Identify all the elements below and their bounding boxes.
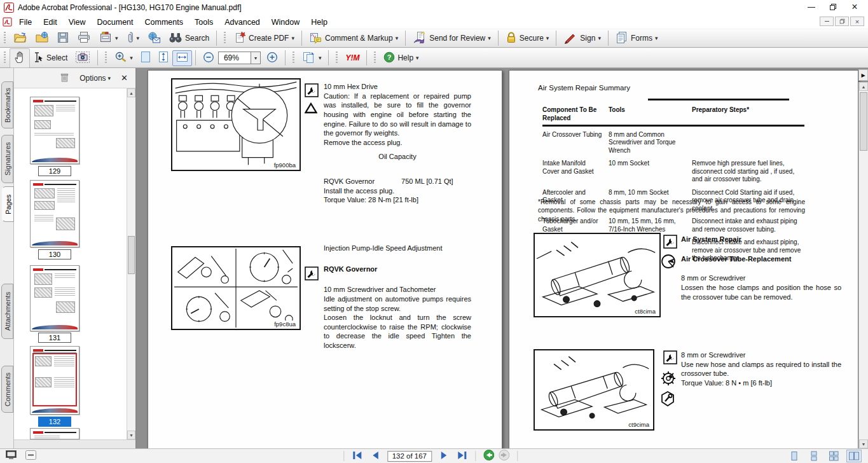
sidebar-tab-pages[interactable]: Pages: [2, 186, 14, 222]
yim-button[interactable]: Y!M: [341, 52, 363, 64]
toolbar-grip[interactable]: [104, 52, 107, 64]
toolbar-grip[interactable]: [3, 32, 6, 45]
search-button[interactable]: Search: [165, 30, 213, 47]
open-button[interactable]: [10, 29, 31, 48]
continuous-layout-icon[interactable]: [807, 450, 821, 462]
scroll-up-icon[interactable]: ▲: [859, 82, 868, 91]
hide-toolbars-icon[interactable]: [25, 450, 37, 462]
help-icon: ?: [383, 52, 395, 65]
save-button[interactable]: [53, 29, 73, 48]
air-system-repair-title: Air System Repair: [681, 235, 841, 244]
zoom-level-input[interactable]: 69%: [218, 52, 251, 64]
next-view-icon[interactable]: [499, 450, 509, 462]
thumbnail-page-130[interactable]: [30, 180, 79, 247]
scroll-up-icon[interactable]: ▲: [127, 88, 135, 97]
page-display-icon: [302, 51, 316, 66]
attach-dropdown-caret: ▾: [137, 35, 140, 41]
doc-close-icon[interactable]: ×: [850, 17, 864, 26]
scrollbar-thumb[interactable]: [128, 236, 135, 274]
secure-button[interactable]: Secure ▾: [502, 29, 553, 48]
email-icon: [147, 31, 161, 46]
open-web-button[interactable]: [31, 29, 53, 48]
page-indicator-input[interactable]: 132 of 167: [387, 451, 432, 462]
scroll-down-icon[interactable]: ▼: [859, 439, 868, 448]
thumbnail-page-129[interactable]: [30, 97, 79, 164]
facing-layout-icon[interactable]: [846, 450, 862, 462]
previous-view-icon[interactable]: [483, 450, 494, 462]
menu-file[interactable]: File: [13, 17, 38, 28]
sidebar-tab-bookmarks[interactable]: Bookmarks: [1, 81, 13, 128]
send-for-review-button[interactable]: Send for Review ▾: [409, 29, 495, 48]
menu-view[interactable]: View: [63, 17, 92, 28]
thumbnail-label-129[interactable]: 129: [38, 166, 71, 176]
thumbnail-page-133[interactable]: [30, 428, 79, 439]
panel-close-icon[interactable]: ✕: [121, 73, 128, 83]
create-pdf-button[interactable]: Create PDF ▾: [230, 29, 298, 48]
fit-page-button[interactable]: [155, 49, 172, 67]
zoom-tool-button[interactable]: ▾: [111, 49, 137, 67]
toolbar-grip[interactable]: [373, 52, 376, 64]
menu-help[interactable]: Help: [305, 17, 333, 28]
select-tool-button[interactable]: Select: [30, 50, 71, 67]
thumbnail-label-131[interactable]: 131: [38, 333, 71, 343]
pages-options-button[interactable]: Options ▾: [79, 74, 111, 83]
menu-edit[interactable]: Edit: [38, 17, 63, 28]
help-button[interactable]: ? Help ▾: [380, 50, 422, 67]
minimize-icon[interactable]: [801, 0, 822, 14]
menu-comments[interactable]: Comments: [139, 17, 189, 28]
thumbnail-page-132-current[interactable]: [30, 346, 79, 415]
continuous-facing-layout-icon[interactable]: [827, 450, 841, 462]
thumbnail-label-130[interactable]: 130: [38, 249, 71, 259]
thumbnail-label-132-selected[interactable]: 132: [38, 417, 71, 427]
single-page-layout-icon[interactable]: [787, 450, 801, 462]
sign-button[interactable]: Sign ▾: [560, 29, 605, 48]
last-page-icon[interactable]: [457, 451, 467, 462]
sidebar-tab-signatures[interactable]: Signatures: [1, 135, 13, 183]
toolbar-grip[interactable]: [223, 32, 226, 45]
zoom-level-dropdown[interactable]: ▾: [251, 52, 261, 64]
trash-icon[interactable]: [60, 72, 69, 85]
email-button[interactable]: [143, 29, 165, 48]
governor-value: 750 ML [0.71 Qt]: [401, 177, 453, 186]
thumbnail-page-131[interactable]: [30, 265, 79, 331]
comment-markup-button[interactable]: Comment & Markup ▾: [305, 29, 402, 48]
close-icon[interactable]: ×: [844, 0, 865, 14]
doc-restore-icon[interactable]: [835, 17, 849, 26]
menu-advanced[interactable]: Advanced: [219, 17, 266, 28]
sidebar-tab-attachments[interactable]: Attachments: [1, 284, 13, 339]
thumbnails-scrollbar[interactable]: ▲ ▼: [127, 88, 135, 439]
sidebar-tab-comments[interactable]: Comments: [1, 366, 13, 413]
attach-button[interactable]: ▾: [122, 29, 144, 48]
scrollbar-thumb[interactable]: [860, 92, 867, 151]
menu-window[interactable]: Window: [266, 17, 305, 28]
organizer-button[interactable]: ▾: [95, 29, 122, 48]
expand-panel-button[interactable]: ▶: [858, 69, 868, 81]
first-page-icon[interactable]: [352, 451, 362, 462]
document-scrollbar[interactable]: ▲ ▼: [858, 82, 868, 448]
doc-minimize-icon[interactable]: [820, 17, 834, 26]
previous-page-icon[interactable]: [371, 451, 379, 462]
scroll-down-icon[interactable]: ▼: [127, 431, 135, 439]
table-cell: 8 mm and Common Screwdriver and Torque W…: [609, 131, 686, 155]
page-display-button[interactable]: ▾: [298, 49, 326, 67]
zoom-in-button[interactable]: [263, 50, 282, 67]
hand-tool-button[interactable]: [10, 48, 30, 68]
crossover-tube-install-figure: ct9cima: [534, 349, 654, 431]
menu-tools[interactable]: Tools: [189, 17, 219, 28]
restore-icon[interactable]: [822, 0, 844, 14]
toolbar-grip[interactable]: [292, 52, 295, 64]
toolbar-grip[interactable]: [3, 52, 6, 64]
actual-size-button[interactable]: [137, 49, 155, 67]
fullscreen-view-icon[interactable]: [5, 450, 17, 462]
zoom-out-button[interactable]: [199, 50, 218, 67]
document-area[interactable]: fp900ba 10 mm Hex Drive Caution: If a re…: [137, 68, 868, 448]
forms-button[interactable]: Forms ▾: [612, 29, 662, 48]
toolbar-grip[interactable]: [335, 52, 338, 64]
next-page-icon[interactable]: [440, 451, 448, 462]
menu-document[interactable]: Document: [92, 17, 139, 28]
print-button[interactable]: [73, 29, 95, 48]
snapshot-button[interactable]: [71, 49, 94, 67]
fit-width-button[interactable]: [172, 50, 192, 66]
figure-label: fp9c8ua: [273, 321, 296, 328]
thumb-footer-wave: [32, 241, 78, 245]
